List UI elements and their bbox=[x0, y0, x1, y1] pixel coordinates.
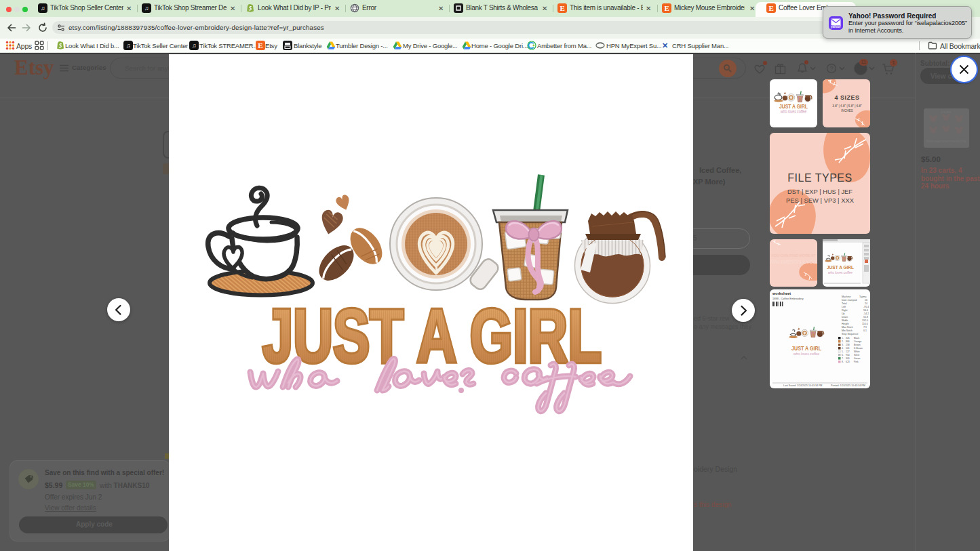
svg-text:110.0: 110.0 bbox=[862, 323, 868, 325]
svg-text:Height: Height bbox=[842, 323, 848, 325]
svg-text:Max Stitch: Max Stitch bbox=[842, 326, 853, 329]
svg-text:1.: 1. bbox=[842, 337, 844, 340]
svg-text:INCHES: INCHES bbox=[841, 109, 852, 113]
svg-text:Min Stitch: Min Stitch bbox=[842, 329, 852, 332]
svg-text:623: 623 bbox=[846, 361, 850, 363]
svg-text:4 SIZES: 4 SIZES bbox=[941, 110, 952, 114]
svg-text:Width: Width bbox=[842, 319, 848, 322]
svg-text:4 SIZES: 4 SIZES bbox=[834, 94, 859, 101]
svg-text:WWW.EMBROIDERYDESIGN.COM: WWW.EMBROIDERYDESIGN.COM bbox=[926, 140, 966, 143]
svg-text:White: White bbox=[854, 350, 860, 353]
svg-text:Brown: Brown bbox=[854, 344, 861, 346]
svg-text:Black: Black bbox=[854, 337, 860, 340]
svg-text:2.: 2. bbox=[842, 340, 844, 343]
svg-text:6.: 6. bbox=[842, 354, 844, 356]
svg-text:Down: Down bbox=[842, 316, 848, 319]
svg-text:-95.4: -95.4 bbox=[863, 306, 869, 308]
svg-text:258: 258 bbox=[846, 344, 850, 346]
svg-text:Green: Green bbox=[854, 357, 861, 360]
svg-text:866: 866 bbox=[846, 340, 850, 343]
svg-text:Printed: 1/24/2025 10:43:34 PM: Printed: 1/24/2025 10:43:34 PM bbox=[831, 384, 865, 387]
svg-text:309: 309 bbox=[846, 357, 850, 360]
svg-text:16: 16 bbox=[865, 299, 867, 302]
svg-text:-54.2: -54.2 bbox=[863, 312, 869, 315]
svg-text:Machine: Machine bbox=[842, 295, 851, 298]
svg-text:FILE TYPES: FILE TYPES bbox=[787, 172, 852, 184]
svg-text:0.1: 0.1 bbox=[863, 329, 867, 332]
svg-text:8.: 8. bbox=[842, 361, 844, 363]
svg-text:3.: 3. bbox=[842, 344, 844, 346]
svg-text:who loves coffee: who loves coffee bbox=[828, 270, 853, 274]
svg-text:worksheet: worksheet bbox=[772, 291, 791, 295]
svg-text:7.: 7. bbox=[842, 357, 844, 360]
svg-text:D.Brown: D.Brown bbox=[854, 347, 863, 350]
svg-text:4.: 4. bbox=[842, 347, 844, 350]
svg-text:Last Saved: 1/24/2025 10:43:34: Last Saved: 1/24/2025 10:43:34 PM bbox=[783, 384, 822, 387]
svg-text:who loves coffee: who loves coffee bbox=[781, 109, 806, 114]
svg-text:who loves coffee: who loves coffee bbox=[793, 352, 820, 356]
svg-text:Right: Right bbox=[842, 309, 847, 312]
svg-text:Up: Up bbox=[842, 312, 845, 315]
svg-text:Pink: Pink bbox=[854, 361, 859, 363]
svg-text:5.: 5. bbox=[842, 350, 844, 353]
svg-text:YOU CAN FIND MORE AT: YOU CAN FIND MORE AT bbox=[771, 253, 816, 258]
svg-text:1888 - Coffee Embroidery: 1888 - Coffee Embroidery bbox=[772, 297, 804, 300]
svg-text:345: 345 bbox=[846, 337, 850, 340]
svg-text:WWW.EMBRODLILY.COM: WWW.EMBRODLILY.COM bbox=[770, 260, 817, 264]
svg-text:JUST A GIRL: JUST A GIRL bbox=[791, 345, 821, 352]
svg-text:Date stamped: Date stamped bbox=[842, 299, 857, 302]
svg-text:24: 24 bbox=[865, 302, 867, 305]
svg-text:Left: Left bbox=[842, 306, 846, 308]
svg-text:127: 127 bbox=[846, 350, 850, 353]
svg-text:Stop Sequence: Stop Sequence bbox=[842, 333, 859, 335]
svg-text:Total: Total bbox=[842, 302, 847, 305]
svg-text:192.0: 192.0 bbox=[862, 319, 868, 322]
svg-text:Orange: Orange bbox=[854, 340, 861, 343]
svg-text:96.6: 96.6 bbox=[863, 309, 868, 312]
svg-text:3.8" | 4.8" | 5.8" | 6.8": 3.8" | 4.8" | 5.8" | 6.8" bbox=[832, 104, 862, 108]
svg-text:?: ? bbox=[829, 65, 833, 72]
svg-text:Tajima: Tajima bbox=[859, 295, 866, 298]
svg-text:954: 954 bbox=[846, 354, 850, 356]
svg-text:DST | EXP | HUS | JEF: DST | EXP | HUS | JEF bbox=[787, 188, 853, 195]
svg-text:JUST A GIRL: JUST A GIRL bbox=[827, 264, 854, 270]
svg-text:PES | SEW | VP3 | XXX: PES | SEW | VP3 | XXX bbox=[786, 197, 854, 204]
svg-text:501: 501 bbox=[846, 347, 850, 350]
svg-text:Silver: Silver bbox=[854, 354, 860, 356]
svg-text:7.9: 7.9 bbox=[863, 326, 867, 329]
svg-text:55.8: 55.8 bbox=[863, 316, 868, 319]
